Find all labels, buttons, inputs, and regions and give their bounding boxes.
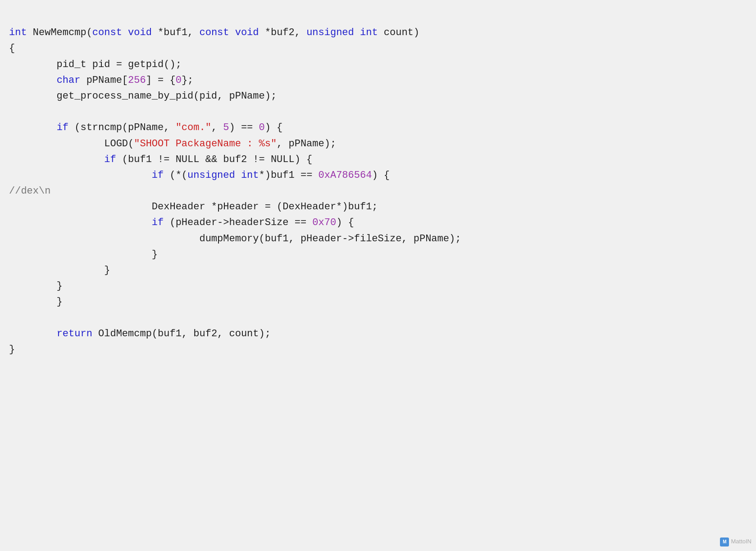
code-token: const — [200, 27, 229, 38]
code-line: } — [9, 342, 747, 357]
code-token — [229, 27, 235, 38]
code-token: ) == — [229, 122, 259, 133]
code-token: return — [57, 328, 92, 339]
code-token: pid_t pid = getpid(); — [9, 59, 182, 70]
code-token — [122, 27, 128, 38]
code-token: (buf1 != NULL && buf2 != NULL) { — [116, 154, 313, 165]
code-line: if (buf1 != NULL && buf2 != NULL) { — [9, 152, 747, 167]
code-line: get_process_name_by_pid(pid, pPName); — [9, 88, 747, 104]
code-token: (*( — [164, 170, 187, 181]
code-token: count) — [378, 27, 419, 38]
code-line — [9, 104, 747, 120]
code-token: dumpMemory(buf1, pHeader->fileSize, pPNa… — [9, 233, 461, 244]
code-line: int NewMemcmp(const void *buf1, const vo… — [9, 25, 747, 41]
code-line: { — [9, 41, 747, 56]
code-line: return OldMemcmp(buf1, buf2, count); — [9, 326, 747, 342]
watermark: M MattoIN — [720, 537, 751, 546]
watermark-text: MattoIN — [731, 537, 751, 546]
code-token: "com." — [176, 122, 211, 133]
code-token: 256 — [128, 75, 146, 86]
code-token: unsigned — [306, 27, 354, 38]
code-token: }; — [182, 75, 193, 86]
code-token: , pPName); — [277, 138, 336, 149]
code-line: dumpMemory(buf1, pHeader->fileSize, pPNa… — [9, 231, 747, 247]
code-line: } — [9, 247, 747, 262]
code-token: void — [235, 27, 259, 38]
code-token: int — [241, 170, 259, 181]
code-token: , — [211, 122, 223, 133]
code-line: pid_t pid = getpid(); — [9, 57, 747, 72]
code-token: 5 — [223, 122, 229, 133]
code-token: 0 — [259, 122, 265, 133]
code-token — [235, 170, 241, 181]
code-token: if — [57, 122, 68, 133]
code-token: *buf1, — [152, 27, 200, 38]
code-token: pPName[ — [80, 75, 128, 86]
code-token — [9, 328, 57, 339]
code-token: char — [57, 75, 81, 86]
code-token: ) { — [372, 170, 390, 181]
code-token: //dex\n — [9, 185, 50, 197]
code-token: OldMemcmp(buf1, buf2, count); — [92, 328, 271, 339]
code-line: } — [9, 262, 747, 278]
code-line: } — [9, 278, 747, 294]
code-line: if (strncmp(pPName, "com.", 5) == 0) { — [9, 120, 747, 135]
code-token: 0x70 — [312, 217, 336, 228]
code-token: ) { — [336, 217, 354, 228]
code-token: { — [9, 43, 15, 54]
code-token — [354, 27, 360, 38]
code-token: "SHOOT PackageName : %s" — [134, 138, 277, 149]
code-token: } — [9, 265, 110, 276]
code-token: } — [9, 280, 63, 292]
code-token — [9, 170, 152, 181]
code-token: } — [9, 249, 158, 260]
code-token — [9, 75, 57, 86]
code-token: ] = { — [146, 75, 176, 86]
code-token: ) { — [265, 122, 283, 133]
code-token: (strncmp(pPName, — [68, 122, 176, 133]
code-token: LOGD( — [9, 138, 134, 149]
code-token: int — [9, 27, 27, 38]
code-token: if — [104, 154, 116, 165]
code-token: *buf2, — [259, 27, 307, 38]
code-token: } — [9, 296, 63, 307]
code-token: (pHeader->headerSize == — [164, 217, 312, 228]
code-token — [9, 217, 152, 228]
code-token: 0xA786564 — [319, 170, 372, 181]
code-block: int NewMemcmp(const void *buf1, const vo… — [9, 5, 747, 362]
watermark-logo: M — [720, 537, 729, 546]
code-token: NewMemcmp( — [27, 27, 92, 38]
code-token: get_process_name_by_pid(pid, pPName); — [9, 90, 277, 102]
code-line: //dex\n — [9, 183, 747, 199]
code-token — [9, 122, 57, 133]
code-token — [9, 154, 104, 165]
code-token: int — [360, 27, 378, 38]
code-line: if (*(unsigned int*)buf1 == 0xA786564) { — [9, 167, 747, 183]
code-token: unsigned — [187, 170, 235, 181]
code-token: DexHeader *pHeader = (DexHeader*)buf1; — [9, 201, 378, 212]
code-token: const — [92, 27, 122, 38]
code-token: 0 — [176, 75, 182, 86]
code-line: } — [9, 294, 747, 310]
code-line — [9, 310, 747, 326]
code-line: DexHeader *pHeader = (DexHeader*)buf1; — [9, 199, 747, 215]
code-line: if (pHeader->headerSize == 0x70) { — [9, 215, 747, 230]
code-token: *)buf1 == — [259, 170, 319, 181]
code-token: } — [9, 344, 15, 355]
code-token: if — [152, 217, 164, 228]
code-line: LOGD("SHOOT PackageName : %s", pPName); — [9, 136, 747, 152]
code-token: void — [128, 27, 152, 38]
code-line: char pPName[256] = {0}; — [9, 72, 747, 88]
code-token: if — [152, 170, 164, 181]
